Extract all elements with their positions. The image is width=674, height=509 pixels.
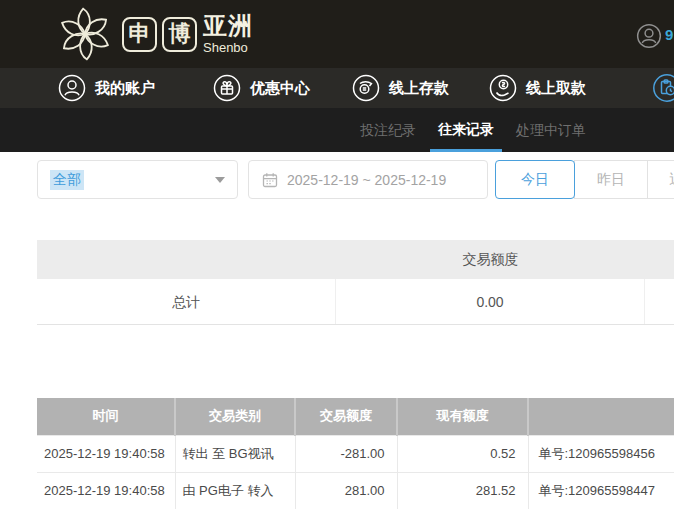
tab-betting-records[interactable]: 投注纪录 <box>352 108 424 152</box>
username-text[interactable]: 9 <box>665 26 673 43</box>
brand-header: 申 博 亚洲 Shenbo 9 <box>0 0 674 68</box>
flower-logo-icon <box>56 5 114 63</box>
today-button[interactable]: 今日 <box>495 160 575 199</box>
last7days-button[interactable]: 近7日 <box>647 160 674 199</box>
cell-type: 转出 至 BG视讯 <box>175 435 295 472</box>
summary-table: 交易额度 总计 0.00 <box>37 240 674 325</box>
transactions-header-row: 时间 交易类别 交易额度 现有额度 <box>37 398 674 435</box>
table-row: 2025-12-19 19:40:58 转出 至 BG视讯 -281.00 0.… <box>37 435 674 472</box>
main-nav: 我的账户 优惠中心 线上存款 <box>0 68 674 108</box>
cell-type: 由 PG电子 转入 <box>175 472 295 509</box>
summary-header-row: 交易额度 <box>37 240 674 279</box>
chevron-down-icon <box>215 177 225 183</box>
brand-glyph-boxes: 申 博 <box>122 17 197 52</box>
summary-header-amount: 交易额度 <box>336 251 645 269</box>
withdraw-icon <box>489 74 517 102</box>
table-row: 2025-12-19 19:40:58 由 PG电子 转入 281.00 281… <box>37 472 674 509</box>
gift-icon <box>213 74 241 102</box>
summary-total-value: 0.00 <box>336 279 645 324</box>
type-select[interactable]: 全部 <box>37 160 238 199</box>
nav-label: 优惠中心 <box>250 79 310 98</box>
user-icon <box>58 74 86 102</box>
cell-balance: 281.52 <box>397 472 528 509</box>
record-tabs: 投注纪录 往来记录 处理中订单 <box>0 108 674 152</box>
yesterday-button[interactable]: 昨日 <box>574 160 648 199</box>
quick-date-buttons: 今日 昨日 近7日 <box>495 160 674 199</box>
cell-ref: 单号:120965598456 <box>528 435 674 472</box>
col-header-ref <box>528 398 674 435</box>
brand-wordmark: 亚洲 Shenbo <box>203 14 253 54</box>
brand-glyph-right: 博 <box>162 17 197 52</box>
page: 申 博 亚洲 Shenbo 9 <box>0 0 674 509</box>
nav-item-my-account[interactable]: 我的账户 <box>58 74 155 102</box>
cell-balance: 0.52 <box>397 435 528 472</box>
tab-transaction-records[interactable]: 往来记录 <box>430 108 502 152</box>
nav-item-withdraw[interactable]: 线上取款 <box>489 74 586 102</box>
nav-item-deposit[interactable]: 线上存款 <box>352 74 449 102</box>
type-select-value: 全部 <box>50 170 84 190</box>
transactions-table: 时间 交易类别 交易额度 现有额度 2025-12-19 19:40:58 转出… <box>37 398 674 509</box>
brand-glyph-left: 申 <box>122 17 157 52</box>
nav-label: 线上存款 <box>389 79 449 98</box>
brand-region: 亚洲 <box>203 14 253 38</box>
col-header-type: 交易类别 <box>175 398 295 435</box>
tab-pending-orders[interactable]: 处理中订单 <box>508 108 594 152</box>
col-header-balance: 现有额度 <box>397 398 528 435</box>
brand-latin: Shenbo <box>203 41 253 54</box>
summary-total-row: 总计 0.00 <box>37 279 674 325</box>
summary-total-label: 总计 <box>37 279 336 324</box>
date-range-value: 2025-12-19 ~ 2025-12-19 <box>287 172 446 188</box>
date-range-input[interactable]: 2025-12-19 ~ 2025-12-19 <box>248 160 488 199</box>
cell-time: 2025-12-19 19:40:58 <box>37 435 175 472</box>
nav-item-promotions[interactable]: 优惠中心 <box>213 74 310 102</box>
cell-ref: 单号:120965598447 <box>528 472 674 509</box>
account-avatar-icon[interactable] <box>636 23 662 49</box>
deposit-icon <box>352 74 380 102</box>
cell-amount: -281.00 <box>295 435 397 472</box>
col-header-amount: 交易额度 <box>295 398 397 435</box>
records-icon[interactable] <box>652 73 674 103</box>
nav-label: 线上取款 <box>526 79 586 98</box>
cell-time: 2025-12-19 19:40:58 <box>37 472 175 509</box>
nav-label: 我的账户 <box>95 79 155 98</box>
cell-amount: 281.00 <box>295 472 397 509</box>
brand-logo[interactable]: 申 博 亚洲 Shenbo <box>56 5 253 63</box>
calendar-icon <box>262 172 278 188</box>
col-header-time: 时间 <box>37 398 175 435</box>
